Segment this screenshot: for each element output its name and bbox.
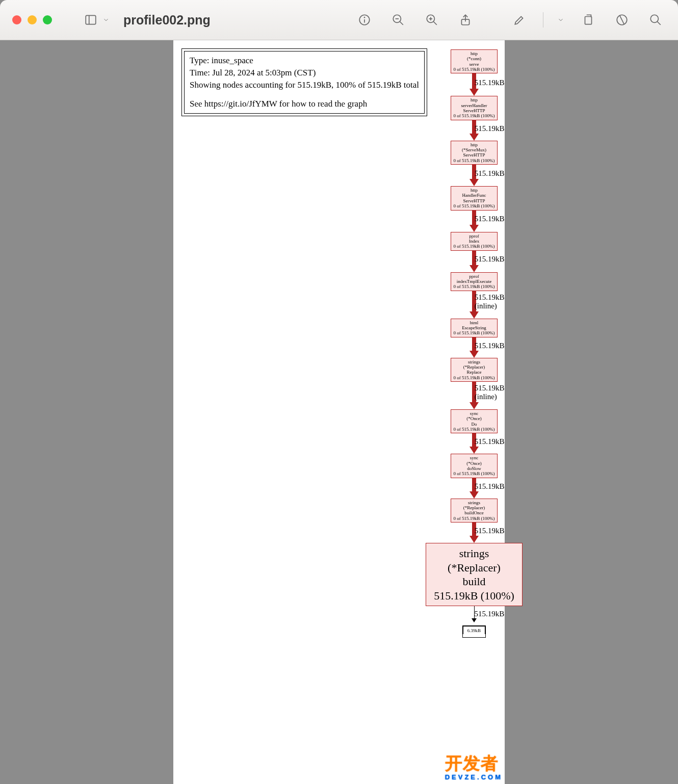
- search-icon[interactable]: [645, 10, 666, 30]
- svg-point-15: [650, 15, 658, 22]
- chevron-down-icon[interactable]: [102, 10, 110, 30]
- fullscreen-window-button[interactable]: [43, 15, 52, 24]
- graph-edge: 515.19kB: [470, 337, 479, 358]
- sidebar-toggle[interactable]: [81, 10, 110, 30]
- svg-line-16: [657, 21, 661, 25]
- graph-node: sync(*Once)doSlow0 of 515.19kB (100%): [451, 454, 498, 478]
- toolbar-divider: [543, 12, 543, 28]
- titlebar: profile002.png: [0, 0, 678, 40]
- edge-label: 515.19kB: [475, 124, 505, 133]
- chevron-down-icon[interactable]: [557, 10, 565, 30]
- graph-node: strings(*Replacer)build515.19kB (100%): [426, 543, 523, 606]
- edge-label: 515.19kB: [475, 78, 505, 87]
- edge-label: 515.19kB: [475, 169, 505, 177]
- graph-edge: 515.19kB(inline): [470, 291, 479, 319]
- graph-edge: 515.19kB: [470, 251, 479, 272]
- graph-edge: 515.19kB: [470, 120, 479, 141]
- edge-label: 515.19kB: [475, 215, 505, 223]
- graph-edge: 515.19kB: [470, 211, 479, 232]
- graph-node: strings(*Replacer)buildOnce0 of 515.19kB…: [451, 499, 498, 522]
- graph-edge: 515.19kB: [472, 606, 477, 625]
- graph-node: httpHandlerFuncServeHTTP0 of 515.19kB (1…: [451, 186, 498, 210]
- highlight-icon[interactable]: [612, 10, 632, 30]
- edge-label: 515.19kB: [475, 482, 505, 490]
- graph-edge: 515.19kB: [470, 73, 479, 96]
- image-page: Type: inuse_space Time: Jul 28, 2024 at …: [173, 40, 505, 784]
- svg-rect-13: [585, 17, 592, 24]
- graph-node: httpserverHandlerServeHTTP0 of 515.19kB …: [451, 96, 498, 120]
- graph-end-node: 6.39kB: [462, 625, 486, 636]
- watermark: 开发者 DEVZE.COM: [445, 752, 503, 781]
- info-showing: Showing nodes accounting for 515.19kB, 1…: [190, 79, 419, 91]
- edge-label: 515.19kB: [474, 610, 504, 618]
- edge-label: 515.19kB: [475, 341, 505, 350]
- graph-node: sync(*Once)Do0 of 515.19kB (100%): [451, 409, 498, 433]
- window-title: profile002.png: [123, 13, 211, 28]
- window-controls: [12, 15, 52, 24]
- graph-node: http(*conn)serve0 of 515.19kB (100%): [451, 49, 498, 73]
- markup-icon[interactable]: [509, 10, 530, 30]
- graph-node: pprofindexTmplExecute0 of 515.19kB (100%…: [451, 272, 498, 291]
- info-time: Time: Jul 28, 2024 at 5:03pm (CST): [190, 67, 419, 79]
- graph-node: http(*ServeMux)ServeHTTP0 of 515.19kB (1…: [451, 141, 498, 165]
- edge-label: 515.19kB(inline): [475, 293, 505, 310]
- call-graph: http(*conn)serve0 of 515.19kB (100%)515.…: [418, 49, 530, 636]
- graph-edge: 515.19kB: [470, 433, 479, 454]
- zoom-in-icon[interactable]: [422, 10, 442, 30]
- graph-node: strings(*Replacer)Replace0 of 515.19kB (…: [451, 358, 498, 382]
- svg-line-6: [400, 21, 403, 25]
- graph-edge: 515.19kB: [470, 165, 479, 186]
- preview-window: profile002.png Type: inuse_space Time: J…: [0, 0, 678, 784]
- minimize-window-button[interactable]: [28, 15, 37, 24]
- svg-rect-0: [86, 15, 96, 24]
- graph-info-box: Type: inuse_space Time: Jul 28, 2024 at …: [181, 48, 427, 116]
- info-icon[interactable]: [354, 10, 375, 30]
- info-help: See https://git.io/JfYMW for how to read…: [190, 98, 419, 110]
- svg-line-9: [433, 21, 437, 25]
- edge-label: 515.19kB(inline): [475, 384, 505, 401]
- close-window-button[interactable]: [12, 15, 21, 24]
- zoom-out-icon[interactable]: [388, 10, 408, 30]
- graph-node: htmlEscapeString0 of 515.19kB (100%): [451, 319, 498, 337]
- edge-label: 515.19kB: [475, 527, 505, 535]
- rotate-icon[interactable]: [578, 10, 598, 30]
- content-area: Type: inuse_space Time: Jul 28, 2024 at …: [0, 40, 678, 784]
- share-icon[interactable]: [455, 10, 476, 30]
- edge-label: 515.19kB: [475, 437, 505, 446]
- info-type: Type: inuse_space: [190, 55, 419, 67]
- graph-edge: 515.19kB(inline): [470, 382, 479, 409]
- graph-edge: 515.19kB: [470, 478, 479, 499]
- graph-edge: 515.19kB: [470, 522, 479, 543]
- edge-label: 515.19kB: [475, 255, 505, 264]
- graph-node: pprofIndex0 of 515.19kB (100%): [451, 232, 498, 251]
- svg-point-4: [364, 17, 364, 18]
